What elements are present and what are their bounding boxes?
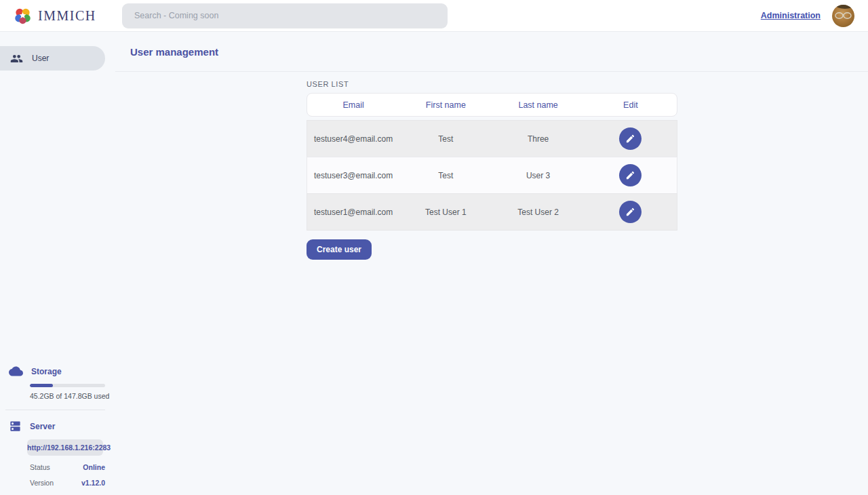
sidebar-divider	[5, 410, 105, 410]
status-value: Online	[83, 463, 105, 471]
table-header-row: Email First name Last name Edit	[307, 93, 677, 117]
server-section-header: Server	[0, 420, 115, 433]
table-body: testuser4@email.com Test Three te	[307, 120, 677, 231]
cell-last-name: User 3	[492, 171, 585, 180]
table-row: testuser1@email.com Test User 1 Test Use…	[307, 193, 677, 231]
cell-email: testuser1@email.com	[307, 207, 399, 217]
storage-progress-bar	[30, 384, 105, 387]
server-status-row: Status Online	[30, 463, 105, 471]
cell-email: testuser4@email.com	[307, 134, 399, 144]
edit-user-button[interactable]	[619, 127, 642, 150]
sidebar-item-user[interactable]: User	[0, 46, 105, 71]
page-title: User management	[130, 46, 218, 58]
administration-link[interactable]: Administration	[761, 11, 821, 20]
cell-last-name: Test User 2	[492, 207, 585, 217]
top-bar: IMMICH Administration	[0, 0, 868, 32]
users-group-icon	[10, 52, 23, 65]
storage-progress-fill	[30, 384, 53, 387]
storage-title: Storage	[31, 367, 62, 376]
immich-flower-icon	[14, 7, 32, 25]
server-title: Server	[30, 422, 55, 431]
col-header-first-name: First name	[399, 100, 492, 110]
sidebar-footer: Storage 45.2GB of 147.8GB used Server ht…	[0, 364, 115, 487]
version-value: v1.12.0	[81, 479, 105, 487]
col-header-email: Email	[307, 100, 399, 110]
search-input[interactable]	[122, 3, 448, 28]
version-label: Version	[30, 479, 54, 487]
server-url-badge: http://192.168.1.216:2283	[27, 439, 103, 456]
page-title-bar: User management	[115, 32, 868, 72]
brand-wordmark: IMMICH	[38, 8, 96, 24]
col-header-edit: Edit	[585, 100, 677, 110]
sidebar: User Storage 45.2GB of 147.8GB used	[0, 32, 115, 495]
server-icon	[9, 420, 22, 433]
user-avatar[interactable]	[832, 5, 854, 27]
sidebar-item-label: User	[32, 54, 49, 63]
storage-usage-text: 45.2GB of 147.8GB used	[30, 392, 115, 400]
cell-email: testuser3@email.com	[307, 171, 399, 180]
cell-first-name: Test User 1	[399, 207, 492, 217]
create-user-button[interactable]: Create user	[307, 239, 372, 260]
table-row: testuser3@email.com Test User 3	[307, 157, 677, 194]
cell-first-name: Test	[399, 171, 492, 180]
pencil-icon	[625, 207, 635, 217]
storage-section-header: Storage	[0, 364, 115, 378]
server-version-row: Version v1.12.0	[30, 479, 105, 487]
main-panel: User management USER LIST Email First na…	[115, 32, 868, 495]
cloud-icon	[9, 364, 23, 378]
cell-last-name: Three	[492, 134, 585, 144]
pencil-icon	[625, 134, 635, 144]
table-row: testuser4@email.com Test Three	[307, 120, 677, 157]
status-label: Status	[30, 463, 50, 471]
immich-logo[interactable]: IMMICH	[14, 7, 122, 25]
cell-first-name: Test	[399, 134, 492, 144]
col-header-last-name: Last name	[492, 100, 585, 110]
edit-user-button[interactable]	[619, 164, 642, 186]
pencil-icon	[625, 170, 635, 180]
user-table: Email First name Last name Edit testuser…	[307, 93, 677, 231]
edit-user-button[interactable]	[619, 201, 642, 223]
user-list-label: USER LIST	[307, 80, 868, 88]
content-area: USER LIST Email First name Last name Edi…	[115, 72, 868, 260]
